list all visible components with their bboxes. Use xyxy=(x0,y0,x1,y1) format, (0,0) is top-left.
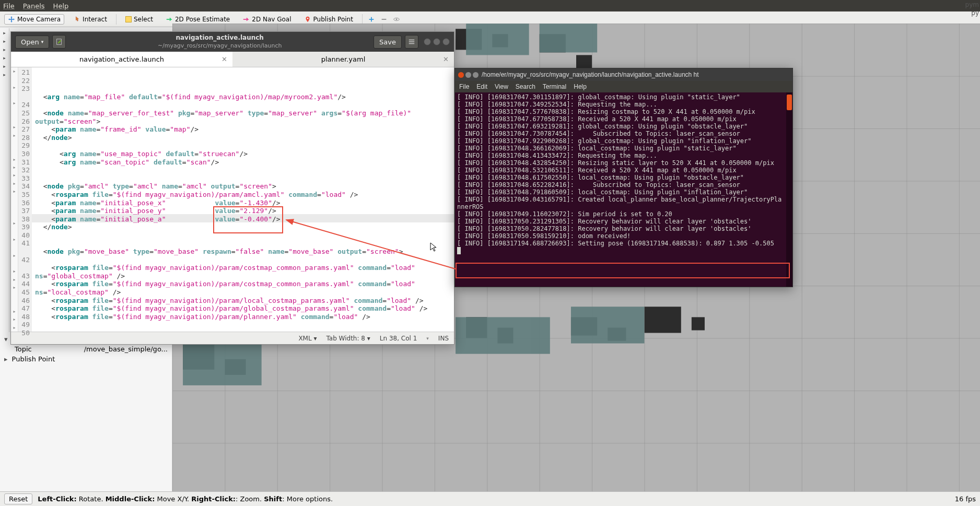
terminal-scrollbar[interactable] xyxy=(786,92,792,287)
gedit-statusbar: XML ▾ Tab Width: 8 ▾ Ln 38, Col 1 ▾ INS xyxy=(11,332,454,344)
item-topic-value[interactable]: /move_base_simple/go... xyxy=(84,345,168,353)
term-menu-terminal[interactable]: Terminal xyxy=(543,83,566,90)
window-title: navigation_active.launch ~/myagv_ros/src… xyxy=(66,34,374,50)
select-button[interactable]: Select xyxy=(122,14,157,25)
rviz-statusbar: Reset Left-Click: Rotate. Middle-Click: … xyxy=(0,491,980,506)
line-number-gutter: 212223 242526272829303132333435363738394… xyxy=(18,67,32,332)
menu-help[interactable]: Help xyxy=(53,2,69,10)
maximize-icon[interactable] xyxy=(433,38,440,45)
svg-rect-16 xyxy=(692,317,705,330)
editor-body: ▸▸▸▸▸▸▸▸▸▸▸▸▸▸▸▸▸▸▸ 212223 2425262728293… xyxy=(11,67,454,332)
term-menu-edit[interactable]: Edit xyxy=(476,83,487,90)
cursor-position: Ln 38, Col 1 xyxy=(380,335,417,342)
eye-icon[interactable] xyxy=(393,16,400,23)
terminal-titlebar[interactable]: /home/er/myagv_ros/src/myagv_navigation/… xyxy=(455,68,792,81)
fold-gutter: ▸▸▸▸▸▸▸▸▸▸▸▸▸▸▸▸▸▸▸ xyxy=(11,67,18,332)
svg-rect-19 xyxy=(183,344,262,385)
open-button[interactable]: Open▾ xyxy=(15,36,49,49)
fps-counter: 16 fps xyxy=(955,495,976,503)
gedit-tabs: navigation_active.launch✕ planner.yaml✕ xyxy=(11,52,454,67)
item-publish-point[interactable]: Publish Point xyxy=(12,355,55,363)
rviz-displays-fragment: ▾2D Nav Goal Topic/move_base_simple/go..… xyxy=(0,332,172,491)
app-menubar: File Panels Help xyxy=(0,0,980,11)
minimize-icon[interactable] xyxy=(424,38,431,45)
interact-button[interactable]: Interact xyxy=(69,14,111,25)
nav-goal-button[interactable]: 2D Nav Goal xyxy=(239,14,295,25)
code-area[interactable]: <arg name="map_file" default="$(find mya… xyxy=(32,67,454,332)
terminal-title: /home/er/myagv_ros/src/myagv_navigation/… xyxy=(482,71,699,78)
new-doc-button[interactable] xyxy=(52,35,66,49)
menu-panels[interactable]: Panels xyxy=(23,2,45,10)
pose-estimate-button[interactable]: 2D Pose Estimate xyxy=(162,14,234,25)
term-menu-view[interactable]: View xyxy=(495,83,508,90)
svg-rect-20 xyxy=(456,317,550,354)
svg-point-0 xyxy=(307,17,308,19)
remove-icon[interactable] xyxy=(380,16,388,23)
item-topic-label: Topic xyxy=(15,345,32,353)
term-menu-search[interactable]: Search xyxy=(516,83,535,90)
svg-point-2 xyxy=(396,18,398,20)
tab-close-icon[interactable]: ✕ xyxy=(443,55,449,63)
hamburger-button[interactable] xyxy=(405,35,418,49)
terminal-menubar: File Edit View Search Terminal Help xyxy=(455,81,792,92)
window-controls xyxy=(424,38,450,45)
insert-mode: INS xyxy=(438,335,449,342)
gedit-window: Open▾ navigation_active.launch ~/myagv_r… xyxy=(10,31,454,345)
term-min-icon[interactable] xyxy=(465,72,471,78)
save-button[interactable]: Save xyxy=(374,36,402,49)
reset-button[interactable]: Reset xyxy=(4,493,32,504)
terminal-window: /home/er/myagv_ros/src/myagv_navigation/… xyxy=(454,68,793,287)
svg-rect-18 xyxy=(540,23,597,52)
mouse-cursor-icon xyxy=(430,242,438,253)
term-menu-file[interactable]: File xyxy=(459,83,469,90)
term-menu-help[interactable]: Help xyxy=(574,83,587,90)
svg-rect-17 xyxy=(466,23,529,55)
gedit-titlebar[interactable]: Open▾ navigation_active.launch ~/myagv_r… xyxy=(11,32,454,52)
tab-navigation-launch[interactable]: navigation_active.launch✕ xyxy=(11,52,232,67)
tab-close-icon[interactable]: ✕ xyxy=(221,55,227,63)
lang-selector[interactable]: XML ▾ xyxy=(298,335,317,342)
close-icon[interactable] xyxy=(442,38,450,45)
svg-rect-15 xyxy=(645,307,681,333)
menu-file[interactable]: File xyxy=(3,2,15,10)
term-max-icon[interactable] xyxy=(473,72,479,78)
move-camera-button[interactable]: Move Camera xyxy=(4,14,64,25)
terminal-output[interactable]: [ INFO] [1698317047.301151897]: global_c… xyxy=(455,92,792,287)
svg-rect-21 xyxy=(571,307,645,343)
statusbar-hint: Left-Click: Rotate. Middle-Click: Move X… xyxy=(38,495,333,503)
select-icon xyxy=(125,16,132,22)
desktop-text: pympy xyxy=(965,1,979,17)
tabwidth-selector[interactable]: Tab Width: 8 ▾ xyxy=(326,335,370,342)
term-close-icon[interactable] xyxy=(458,72,464,78)
svg-rect-12 xyxy=(576,55,592,68)
publish-point-button[interactable]: Publish Point xyxy=(300,14,357,25)
add-icon[interactable] xyxy=(368,16,375,23)
tab-planner-yaml[interactable]: planner.yaml✕ xyxy=(232,52,454,67)
